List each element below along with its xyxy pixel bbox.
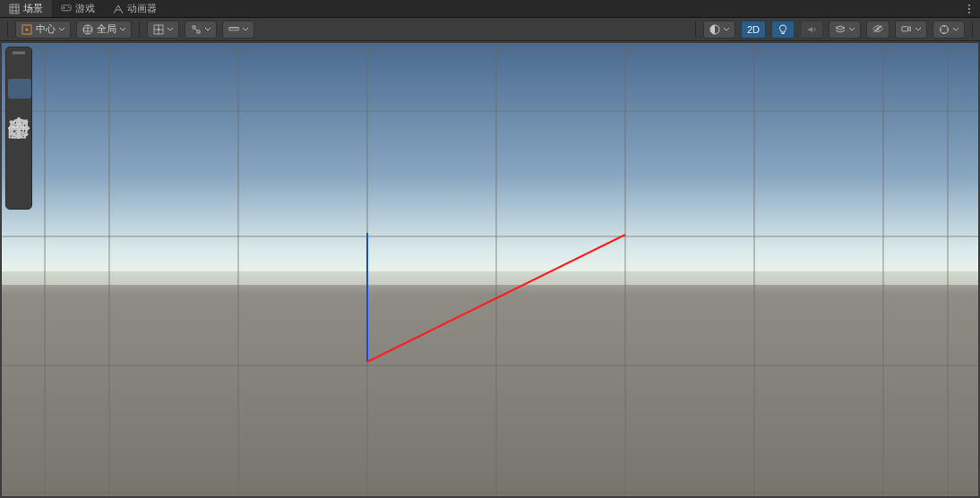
svg-rect-15 [2,271,978,496]
shading-icon [709,24,720,35]
scene-viewport[interactable] [2,43,978,496]
svg-point-8 [158,29,159,30]
caret-down-icon [916,27,921,32]
tool-palette[interactable] [5,47,32,210]
globe-icon [82,24,93,35]
toggle-2d-label: 2D [747,24,760,35]
tab-animator-label: 动画器 [127,2,157,15]
fx-stack-icon [835,24,846,35]
camera-dropdown[interactable] [895,21,927,39]
scene-toolbar: 中心 全局 [0,18,980,41]
eye-off-icon [873,24,883,35]
svg-rect-12 [902,27,908,31]
caret-down-icon [724,27,729,32]
space-label: 全局 [97,22,116,36]
tab-animator[interactable]: 动画器 [104,0,166,17]
tabs-spacer [166,0,959,17]
toolbar-sep [7,21,8,38]
ruler-dropdown[interactable] [222,21,254,39]
scene-render [2,43,978,496]
svg-point-0 [68,7,69,8]
light-bulb-icon [778,24,788,35]
svg-point-3 [968,12,970,13]
tab-game[interactable]: 游戏 [52,0,104,17]
pivot-mode-dropdown[interactable]: 中心 [15,21,71,39]
toolbar-sep [972,21,973,38]
svg-rect-16 [2,265,978,285]
toolbar-sep [139,21,140,38]
caret-down-icon [953,27,959,32]
view-tabs: 场景 游戏 动画器 [0,0,980,18]
caret-down-icon [243,27,248,32]
space-mode-dropdown[interactable]: 全局 [76,21,132,39]
caret-down-icon [205,27,211,32]
tab-game-label: 游戏 [75,2,95,15]
grid-snap-icon [153,24,164,35]
shading-mode-dropdown[interactable] [703,21,735,39]
fx-dropdown[interactable] [829,21,861,39]
toggle-hidden[interactable] [866,21,890,39]
audio-icon [806,24,817,35]
grid-icon [9,4,20,14]
grid-snap-dropdown[interactable] [147,21,179,39]
svg-point-2 [968,8,970,10]
snap-increment-icon [191,24,202,35]
svg-point-1 [968,4,970,6]
gamepad-icon [61,4,72,14]
tab-scene-label: 场景 [23,2,43,15]
tab-scene[interactable]: 场景 [0,0,52,17]
toggle-lighting[interactable] [771,21,795,39]
caret-down-icon [59,27,64,32]
caret-down-icon [120,27,125,32]
svg-rect-14 [2,43,978,283]
toggle-audio[interactable] [800,21,823,39]
animator-icon [113,4,124,14]
toolbar-sep [695,21,696,38]
caret-down-icon [168,27,173,32]
caret-down-icon [849,27,855,32]
tool-custom[interactable] [8,186,31,206]
tab-menu-button[interactable] [959,0,980,17]
ruler-icon [228,24,239,35]
pivot-label: 中心 [36,22,56,36]
toggle-2d[interactable]: 2D [741,21,766,39]
scene-wrap [0,41,980,498]
camera-icon [901,24,912,35]
gizmos-dropdown[interactable] [933,21,965,39]
pivot-icon [21,24,32,35]
gizmos-icon [939,24,950,35]
svg-point-5 [26,28,29,30]
snap-increment-dropdown[interactable] [185,21,217,39]
